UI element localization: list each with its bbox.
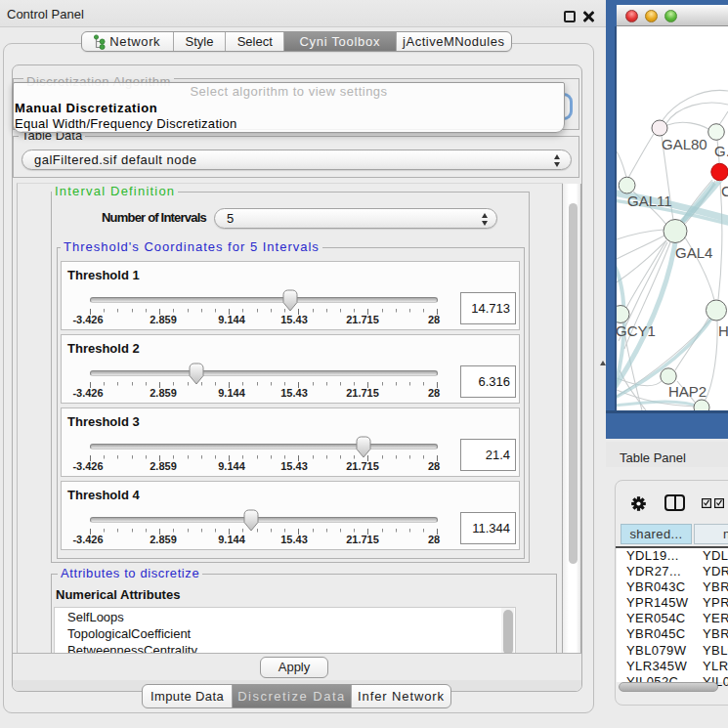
svg-text:GAL80: GAL80: [662, 136, 707, 152]
svg-text:GCY1: GCY1: [617, 322, 656, 339]
svg-text:C: C: [721, 183, 728, 199]
svg-text:H: H: [718, 322, 728, 339]
svg-text:GAL11: GAL11: [627, 193, 672, 209]
svg-text:HAP2: HAP2: [668, 383, 707, 400]
svg-text:GAL4: GAL4: [675, 244, 712, 261]
svg-text:G.: G.: [714, 143, 728, 159]
